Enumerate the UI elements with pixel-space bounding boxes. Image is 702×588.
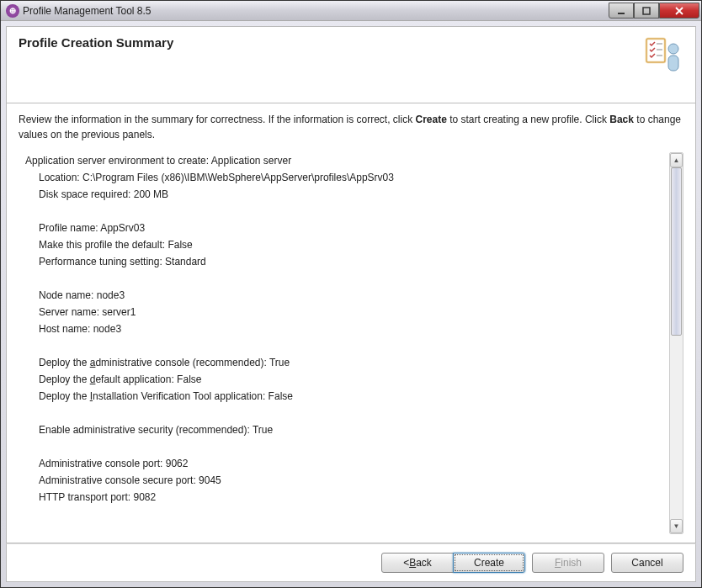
- intro-seg1: Review the information in the summary fo…: [19, 114, 416, 125]
- header-panel: Profile Creation Summary: [6, 26, 696, 103]
- app-icon: ⊕: [6, 4, 19, 18]
- summary-deploy-ivt: Deploy the Installation Verification Too…: [39, 388, 664, 405]
- app-window: ⊕ Profile Management Tool 8.5 Profile Cr…: [0, 0, 702, 588]
- page-title: Profile Creation Summary: [19, 35, 173, 50]
- svg-rect-0: [618, 13, 625, 14]
- summary-env: Application server environment to create…: [25, 152, 664, 169]
- maximize-icon: [642, 7, 651, 15]
- summary-server: Server name: server1: [39, 304, 664, 320]
- summary-perf: Performance tuning setting: Standard: [39, 253, 664, 270]
- finish-button: Finish: [532, 553, 604, 573]
- minimize-button[interactable]: [609, 3, 634, 19]
- scrollbar[interactable]: ▲ ▼: [669, 152, 683, 534]
- svg-point-7: [668, 44, 678, 54]
- summary-port-http: HTTP transport port: 9082: [39, 489, 664, 506]
- summary-deploy-default: Deploy the default application: False: [39, 371, 664, 388]
- intro-seg2: to start creating a new profile. Click: [447, 114, 609, 125]
- wizard-icon: [643, 35, 683, 76]
- intro-text: Review the information in the summary fo…: [19, 112, 683, 142]
- window-controls: [609, 3, 699, 19]
- window-title: Profile Management Tool 8.5: [23, 5, 609, 17]
- scroll-thumb[interactable]: [671, 167, 682, 336]
- close-button[interactable]: [659, 3, 699, 19]
- summary-profile-name: Profile name: AppSrv03: [39, 220, 664, 236]
- svg-rect-1: [643, 8, 650, 14]
- titlebar[interactable]: ⊕ Profile Management Tool 8.5: [1, 1, 701, 21]
- intro-back-ref: Back: [609, 114, 634, 125]
- button-bar: < Back Create Finish Cancel: [6, 543, 696, 582]
- summary-container: Application server environment to create…: [19, 152, 683, 534]
- summary-make-default: Make this profile the default: False: [39, 236, 664, 253]
- create-button[interactable]: Create: [453, 553, 525, 573]
- summary-deploy-console: Deploy the administrative console (recom…: [39, 354, 664, 371]
- scroll-down-button[interactable]: ▼: [670, 519, 683, 533]
- svg-rect-8: [668, 56, 678, 71]
- summary-location: Location: C:\Program Files (x86)\IBM\Web…: [39, 169, 664, 186]
- scroll-up-button[interactable]: ▲: [670, 153, 683, 167]
- summary-text: Application server environment to create…: [19, 152, 669, 534]
- cancel-button[interactable]: Cancel: [611, 553, 683, 573]
- close-icon: [674, 7, 684, 15]
- maximize-button[interactable]: [634, 3, 659, 19]
- svg-rect-2: [646, 39, 665, 62]
- back-create-group: < Back Create: [381, 553, 525, 573]
- summary-port-console: Administrative console port: 9062: [39, 455, 664, 472]
- summary-disk: Disk space required: 200 MB: [39, 186, 664, 203]
- minimize-icon: [617, 7, 625, 15]
- back-button[interactable]: < Back: [381, 553, 454, 573]
- summary-port-console-secure: Administrative console secure port: 9045: [39, 472, 664, 489]
- intro-create-ref: Create: [416, 114, 447, 125]
- summary-host: Host name: node3: [39, 320, 664, 337]
- content-panel: Review the information in the summary fo…: [6, 103, 696, 543]
- summary-node: Node name: node3: [39, 287, 664, 304]
- summary-security: Enable administrative security (recommen…: [39, 421, 664, 438]
